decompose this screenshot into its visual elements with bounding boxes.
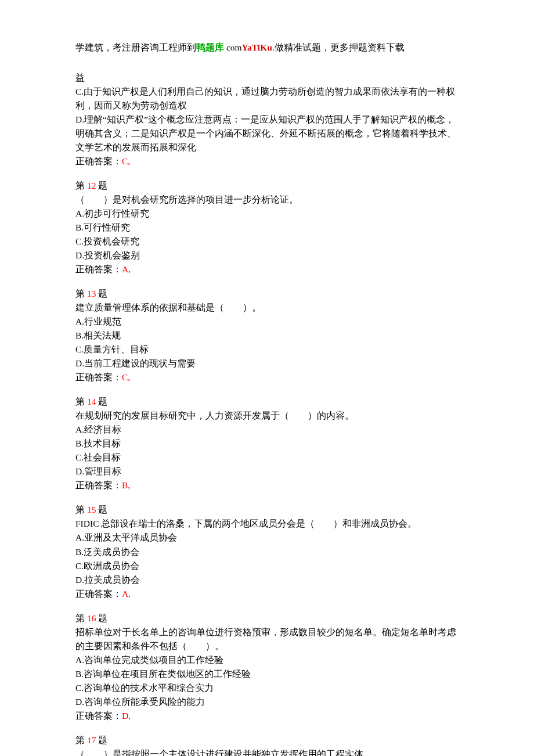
- option-c: C.投资机会研究: [75, 235, 459, 249]
- option-c: C.咨询单位的技术水平和综合实力: [75, 681, 459, 695]
- question-number: 16: [87, 613, 96, 623]
- question-number: 15: [87, 505, 96, 514]
- option-b: B.可行性研究: [75, 221, 459, 235]
- answer-value: B,: [122, 480, 130, 490]
- question-header: 第 14 题: [75, 395, 459, 409]
- q-head-pre: 第: [75, 181, 87, 190]
- answer-line: 正确答案：A,: [75, 589, 131, 599]
- answer-value: C,: [122, 156, 130, 166]
- question-11-partial: 益 C.由于知识产权是人们利用自己的知识，通过脑力劳动所创造的智力成果而依法享有…: [75, 71, 459, 168]
- question-stem: 招标单位对于长名单上的咨询单位进行资格预审，形成数目较少的短名单。确定短名单时考…: [75, 625, 459, 653]
- option-a: A.初步可行性研究: [75, 207, 459, 221]
- question-stem: 建立质量管理体系的依据和基础是（ ）。: [75, 301, 459, 315]
- option-b: B.相关法规: [75, 329, 459, 343]
- question-14: 第 14 题 在规划研究的发展目标研究中，人力资源开发属于（ ）的内容。 A.经…: [75, 395, 459, 492]
- header-green: 鸭题库: [196, 42, 224, 52]
- option-b: B.技术目标: [75, 437, 459, 451]
- question-header: 第 17 题: [75, 733, 459, 747]
- q-head-post: 题: [96, 505, 107, 514]
- question-15: 第 15 题 FIDIC 总部设在瑞士的洛桑，下属的两个地区成员分会是（ ）和非…: [75, 503, 459, 600]
- option-d: D.当前工程建设的现状与需要: [75, 357, 459, 370]
- answer-line: 正确答案：B,: [75, 480, 130, 490]
- question-stem: 在规划研究的发展目标研究中，人力资源开发属于（ ）的内容。: [75, 409, 459, 423]
- option-c: C.质量方针、目标: [75, 343, 459, 357]
- option-b: B.咨询单位在项目所在类似地区的工作经验: [75, 667, 459, 681]
- stem-rest: 总部设在瑞士的洛桑，下属的两个地区成员分会是（ ）和非洲成员协会。: [99, 519, 417, 528]
- option-a: A.行业规范: [75, 315, 459, 329]
- option-d: D.咨询单位所能承受风险的能力: [75, 695, 459, 709]
- header-rom1: com: [224, 42, 242, 52]
- question-stem: （ ）是对机会研究所选择的项目进一步分析论证。: [75, 193, 459, 207]
- option-d: D.拉美成员协会: [75, 573, 459, 587]
- answer-label: 正确答案：: [75, 264, 122, 274]
- q11-option-c: C.由于知识产权是人们利用自己的知识，通过脑力劳动所创造的智力成果而依法享有的一…: [75, 85, 459, 113]
- option-a: A.经济目标: [75, 423, 459, 437]
- option-b: B.泛美成员协会: [75, 545, 459, 559]
- answer-line: 正确答案：D,: [75, 711, 131, 721]
- question-number: 14: [87, 397, 96, 406]
- q-head-post: 题: [96, 289, 107, 298]
- question-stem: （ ）是指按照一个主体设计进行建设并能独立发挥作用的工程实体。: [75, 747, 459, 756]
- answer-line: 正确答案：C,: [75, 372, 130, 382]
- option-c: C.欧洲成员协会: [75, 559, 459, 573]
- header-pre: 学建筑，考注册咨询工程师到: [75, 42, 196, 52]
- q-head-post: 题: [96, 735, 107, 745]
- answer-value: A,: [122, 264, 131, 274]
- q-head-post: 题: [96, 181, 107, 190]
- question-header: 第 13 题: [75, 287, 459, 301]
- question-number: 13: [87, 289, 96, 298]
- document-page: 学建筑，考注册咨询工程师到鸭题库 comYaTiKu.做精准试题，更多押题资料下…: [0, 0, 534, 756]
- stem-latin: FIDIC: [75, 519, 99, 528]
- q-head-pre: 第: [75, 289, 87, 298]
- option-a: A.亚洲及太平洋成员协会: [75, 531, 459, 545]
- question-header: 第 16 题: [75, 611, 459, 625]
- question-12: 第 12 题 （ ）是对机会研究所选择的项目进一步分析论证。 A.初步可行性研究…: [75, 179, 459, 276]
- q11-option-d: D.理解“知识产权”这个概念应注意两点：一是应从知识产权的范围人手了解知识产权的…: [75, 113, 459, 154]
- question-header: 第 12 题: [75, 179, 459, 193]
- answer-label: 正确答案：: [75, 480, 122, 490]
- q11-partial-line: 益: [75, 71, 459, 85]
- answer-label: 正确答案：: [75, 156, 122, 166]
- answer-label: 正确答案：: [75, 711, 122, 721]
- question-header: 第 15 题: [75, 503, 459, 517]
- option-c: C.社会目标: [75, 451, 459, 465]
- answer-label: 正确答案：: [75, 589, 122, 599]
- option-d: D.投资机会鉴别: [75, 249, 459, 262]
- question-17: 第 17 题 （ ）是指按照一个主体设计进行建设并能独立发挥作用的工程实体。: [75, 733, 459, 756]
- header-red: YaTiKu: [242, 42, 272, 52]
- question-stem: FIDIC 总部设在瑞士的洛桑，下属的两个地区成员分会是（ ）和非洲成员协会。: [75, 517, 459, 531]
- answer-value: D,: [122, 711, 131, 721]
- answer-label: 正确答案：: [75, 372, 122, 382]
- q-head-pre: 第: [75, 505, 87, 514]
- question-number: 17: [87, 735, 96, 745]
- option-d: D.管理目标: [75, 465, 459, 478]
- question-13: 第 13 题 建立质量管理体系的依据和基础是（ ）。 A.行业规范 B.相关法规…: [75, 287, 459, 384]
- q-head-pre: 第: [75, 735, 87, 745]
- header-post: 做精准试题，更多押题资料下载: [275, 42, 405, 52]
- page-header: 学建筑，考注册咨询工程师到鸭题库 comYaTiKu.做精准试题，更多押题资料下…: [75, 41, 459, 55]
- answer-value: C,: [122, 372, 130, 382]
- q-head-post: 题: [96, 613, 107, 623]
- q-head-post: 题: [96, 397, 107, 406]
- question-16: 第 16 题 招标单位对于长名单上的咨询单位进行资格预审，形成数目较少的短名单。…: [75, 611, 459, 723]
- question-number: 12: [87, 181, 96, 190]
- option-a: A.咨询单位完成类似项目的工作经验: [75, 653, 459, 667]
- q-head-pre: 第: [75, 397, 87, 406]
- answer-line: 正确答案：A,: [75, 264, 131, 274]
- q-head-pre: 第: [75, 613, 87, 623]
- answer-value: A,: [122, 589, 131, 599]
- q11-answer-line: 正确答案：C,: [75, 156, 130, 166]
